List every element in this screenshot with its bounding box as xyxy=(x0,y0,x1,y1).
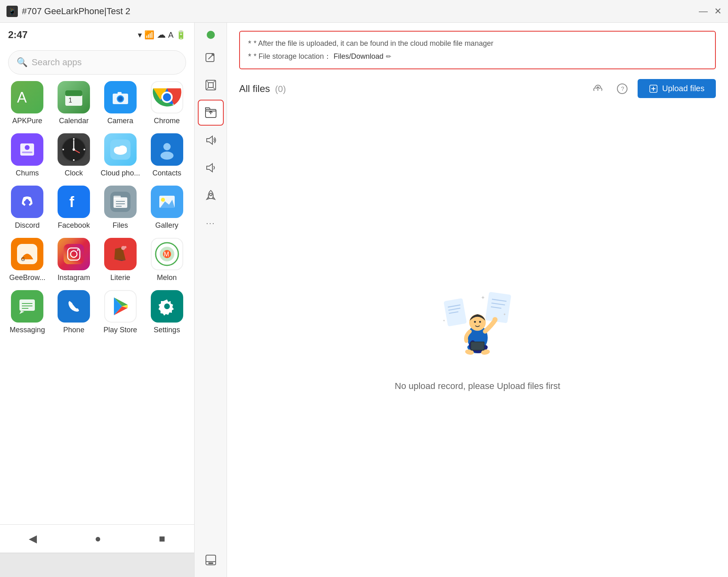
svg-point-26 xyxy=(84,149,85,150)
app-label-chrome: Chrome xyxy=(154,117,180,125)
search-icon: 🔍 xyxy=(17,57,28,68)
app-icon-melon: M xyxy=(151,238,183,270)
svg-rect-113 xyxy=(471,342,484,350)
cloud-upload-button[interactable] xyxy=(589,80,607,98)
bottom-nav: ◀ ● ■ xyxy=(0,524,194,553)
app-label: Gallery xyxy=(155,221,178,230)
recents-button[interactable]: ■ xyxy=(159,532,165,545)
battery-icon: 🔋 xyxy=(176,30,186,40)
search-placeholder: Search apps xyxy=(32,57,82,68)
svg-text:✦: ✦ xyxy=(503,312,506,316)
app-item-facebook[interactable]: f Facebook xyxy=(54,186,94,230)
sidebar-item-bottom[interactable] xyxy=(198,547,224,573)
app-item-melon[interactable]: M Melon xyxy=(147,238,187,282)
title-bar-left: 📱 #707 GeeLarkPhone|Test 2 xyxy=(6,6,130,17)
home-button[interactable]: ● xyxy=(95,532,101,545)
svg-rect-88 xyxy=(208,562,213,564)
files-actions: ? Upload files xyxy=(589,79,716,98)
app-item-apkpure[interactable]: A APKPure xyxy=(7,81,47,125)
svg-text:f: f xyxy=(69,194,75,210)
svg-point-24 xyxy=(73,159,75,161)
app-label: Contacts xyxy=(152,169,181,177)
app-item-gallery[interactable]: Gallery xyxy=(147,186,187,230)
info-line-2: * * File storage location： Files/Downloa… xyxy=(248,51,707,61)
sidebar-item-more[interactable]: ··· xyxy=(198,210,224,236)
info-text-2-prefix: * File storage location： xyxy=(254,51,331,61)
svg-point-23 xyxy=(73,138,75,140)
status-icons: ▾ 📶 ☁ A 🔋 xyxy=(138,30,186,40)
app-item-clock[interactable]: Clock xyxy=(54,133,94,177)
sidebar-item-volume-up[interactable] xyxy=(198,127,224,153)
app-item-instagram[interactable]: Instagram xyxy=(54,238,94,282)
sidebar-item-transfer[interactable] xyxy=(198,45,224,71)
app-icon-camera xyxy=(104,81,137,113)
app-item-camera[interactable]: Camera xyxy=(100,81,141,125)
app-item-playstore[interactable]: Play Store xyxy=(100,290,141,334)
edit-path-icon[interactable]: ✏ xyxy=(386,53,391,60)
svg-rect-51 xyxy=(64,244,84,264)
svg-text:✦: ✦ xyxy=(443,319,445,323)
app-item-cloudpho[interactable]: Cloud pho... xyxy=(100,133,141,177)
svg-text:G: G xyxy=(21,256,25,262)
svg-rect-34 xyxy=(17,192,37,212)
app-icon-literie xyxy=(104,238,137,270)
app-icon-instagram xyxy=(58,238,90,270)
info-text-1: * After the file is uploaded, it can be … xyxy=(254,39,493,48)
upload-files-button[interactable]: Upload files xyxy=(638,79,716,98)
svg-point-36 xyxy=(28,201,30,203)
app-icon-cloudpho xyxy=(104,133,137,166)
svg-point-108 xyxy=(479,321,481,323)
status-bar: 2:47 ▾ 📶 ☁ A 🔋 xyxy=(0,23,194,47)
app-item-messaging[interactable]: Messaging xyxy=(7,290,47,334)
app-label: Settings xyxy=(154,326,180,334)
svg-point-7 xyxy=(118,96,123,101)
app-icon-clock xyxy=(58,133,90,166)
app-item-geebrow[interactable]: G GeeBrow... xyxy=(7,238,47,282)
app-item-calendar[interactable]: 1 Calendar xyxy=(54,81,94,125)
app-icon-messaging xyxy=(11,290,43,323)
empty-illustration: ✦ ✦ ✦ xyxy=(433,288,522,369)
app-label: Messaging xyxy=(10,326,45,334)
sidebar-item-volume-down[interactable] xyxy=(198,155,224,181)
app-item-chrome[interactable]: Chrome xyxy=(147,81,187,125)
app-label: GeeBrow... xyxy=(9,274,45,282)
more-dots: ··· xyxy=(206,218,215,228)
app-icon-facebook: f xyxy=(58,186,90,218)
svg-point-22 xyxy=(73,148,75,151)
svg-text:1: 1 xyxy=(69,97,72,104)
app-row: Discord f Facebook xyxy=(4,186,190,230)
sidebar: ··· xyxy=(195,23,227,577)
app-grid: A APKPure 1 Calendar xyxy=(0,81,194,524)
close-button[interactable]: ✕ xyxy=(714,6,722,17)
app-icon-files xyxy=(104,186,137,218)
bottom-strip xyxy=(0,553,194,577)
title-bar: 📱 #707 GeeLarkPhone|Test 2 — ✕ xyxy=(0,0,728,23)
sidebar-item-screenshot[interactable] xyxy=(198,72,224,98)
svg-rect-76 xyxy=(208,83,213,88)
minimize-button[interactable]: — xyxy=(699,6,708,17)
app-icon-settings xyxy=(151,290,183,323)
app-label: Calendar xyxy=(59,117,89,125)
online-indicator xyxy=(207,31,215,39)
app-item-literie[interactable]: Literie xyxy=(100,238,141,282)
back-button[interactable]: ◀ xyxy=(29,532,37,545)
app-item-contacts[interactable]: Contacts xyxy=(147,133,187,177)
app-row: Chums xyxy=(4,133,190,177)
info-box: * * After the file is uploaded, it can b… xyxy=(239,31,716,69)
sidebar-item-files[interactable] xyxy=(198,100,224,126)
app-item-phone[interactable]: Phone xyxy=(54,290,94,334)
help-button[interactable]: ? xyxy=(613,80,631,98)
app-icon-geebrow: G xyxy=(11,238,43,270)
app-label: Melon xyxy=(157,274,177,282)
svg-rect-41 xyxy=(113,196,121,199)
svg-point-33 xyxy=(161,152,173,160)
search-bar[interactable]: 🔍 Search apps xyxy=(8,50,186,75)
app-item-settings[interactable]: Settings xyxy=(147,290,187,334)
app-item-discord[interactable]: Discord xyxy=(7,186,47,230)
app-item-chums[interactable]: Chums xyxy=(7,133,47,177)
svg-rect-64 xyxy=(19,299,35,311)
title-bar-controls: — ✕ xyxy=(699,6,722,17)
sidebar-item-rocket[interactable] xyxy=(198,182,224,208)
app-item-files[interactable]: Files xyxy=(100,186,141,230)
app-label: Phone xyxy=(63,326,84,334)
